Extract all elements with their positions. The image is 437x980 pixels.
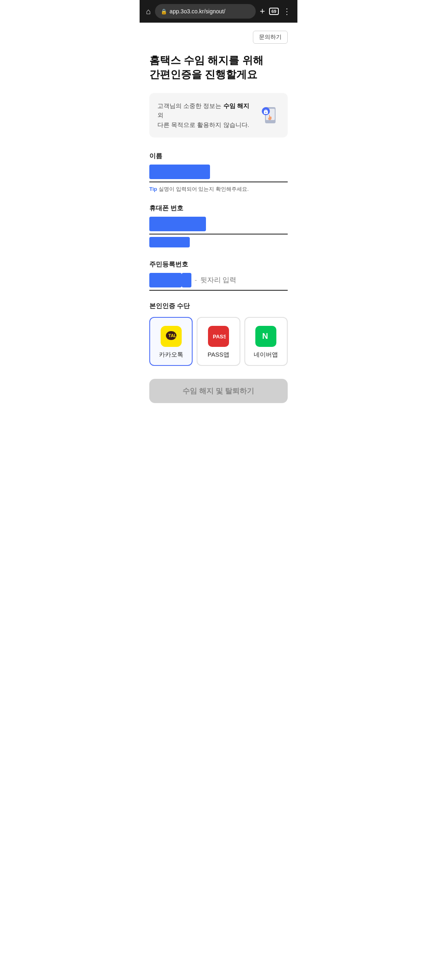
naver-label: 네이버앱: [254, 351, 278, 359]
phone-value-blurred: [149, 217, 206, 231]
id-label: 주민등록번호: [149, 260, 288, 269]
browser-chrome: ⌂ 🔒 app.3o3.co.kr/signout/ + 69 ⋮: [140, 0, 297, 23]
submit-button[interactable]: 수임 해지 및 탈퇴하기: [149, 379, 288, 403]
svg-text:PASS: PASS: [213, 334, 226, 340]
lock-icon: 🔒: [161, 8, 167, 15]
tabs-count-badge[interactable]: 69: [269, 8, 279, 15]
id-front-blurred: [149, 273, 182, 287]
inquiry-button[interactable]: 문의하기: [253, 31, 288, 44]
url-text: app.3o3.co.kr/signout/: [170, 8, 225, 15]
auth-method-kakao[interactable]: TALK 카카오톡: [149, 317, 193, 366]
auth-method-pass[interactable]: PASS PASS앱: [197, 317, 240, 366]
tip-text: 실명이 입력되어 있는지 확인해주세요.: [159, 186, 248, 193]
name-value-blurred: [149, 165, 210, 179]
id-number-wrap: -: [149, 273, 288, 291]
info-box: 고객님의 소중한 정보는 수임 해지 외 다른 목적으로 활용하지 않습니다.: [149, 93, 288, 137]
phone-lock-illustration: [257, 104, 280, 127]
id-number-field-group: 주민등록번호 -: [149, 260, 288, 291]
auth-section-label: 본인인증 수단: [149, 302, 288, 310]
browser-menu-icon[interactable]: ⋮: [283, 6, 291, 16]
name-input-wrap: [149, 165, 288, 182]
kakao-label: 카카오톡: [159, 351, 183, 359]
pass-label: PASS앱: [208, 351, 229, 359]
new-tab-icon[interactable]: +: [260, 6, 265, 17]
name-field-group: 이름 Tip 실명이 입력되어 있는지 확인해주세요.: [149, 152, 288, 193]
phone-label: 휴대폰 번호: [149, 204, 288, 213]
name-label: 이름: [149, 152, 288, 161]
svg-rect-4: [265, 112, 266, 113]
id-dash: -: [195, 276, 197, 284]
page-title: 홈택스 수임 해지를 위해 간편인증을 진행할게요: [149, 53, 288, 82]
auth-methods-grid: TALK 카카오톡 PASS PASS앱 N: [149, 317, 288, 366]
id-front-extra-blurred: [182, 273, 191, 287]
name-tip: Tip 실명이 입력되어 있는지 확인해주세요.: [149, 186, 288, 193]
page-content: 문의하기 홈택스 수임 해지를 위해 간편인증을 진행할게요 고객님의 소중한 …: [140, 23, 297, 419]
auth-section: 본인인증 수단 TALK 카카오톡 PASS: [149, 302, 288, 366]
phone-input-wrap: [149, 217, 288, 234]
svg-text:TALK: TALK: [168, 333, 178, 338]
id-back-input[interactable]: [200, 276, 288, 284]
pass-icon: PASS: [208, 326, 229, 347]
tip-label: Tip: [149, 186, 157, 192]
url-bar[interactable]: 🔒 app.3o3.co.kr/signout/: [155, 4, 256, 19]
naver-icon: N: [255, 326, 276, 347]
phone-field-group: 휴대폰 번호: [149, 204, 288, 249]
kakao-icon: TALK: [161, 326, 182, 347]
home-icon[interactable]: ⌂: [146, 7, 151, 16]
auth-method-naver[interactable]: N 네이버앱: [244, 317, 288, 366]
phone-extra-blurred: [149, 237, 190, 247]
info-box-text: 고객님의 소중한 정보는 수임 해지 외 다른 목적으로 활용하지 않습니다.: [157, 101, 252, 129]
svg-text:N: N: [262, 332, 268, 340]
